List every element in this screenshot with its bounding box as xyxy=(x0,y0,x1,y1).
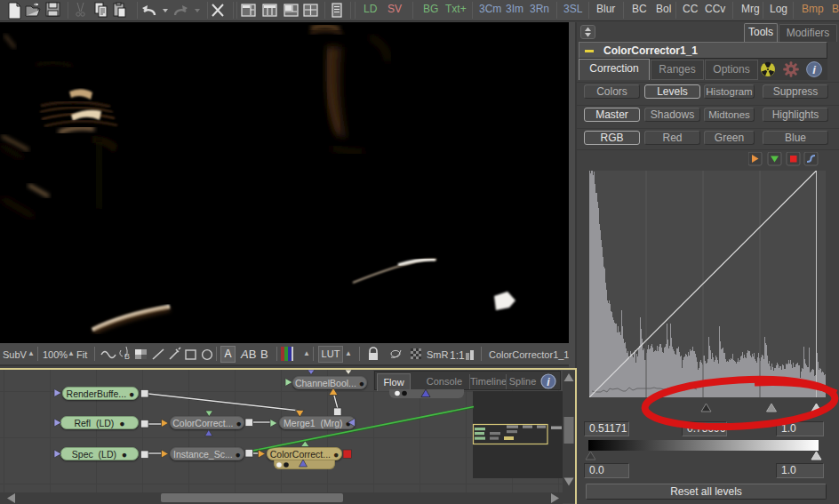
svg-text:i: i xyxy=(812,63,816,76)
svg-text:B: B xyxy=(124,352,130,361)
